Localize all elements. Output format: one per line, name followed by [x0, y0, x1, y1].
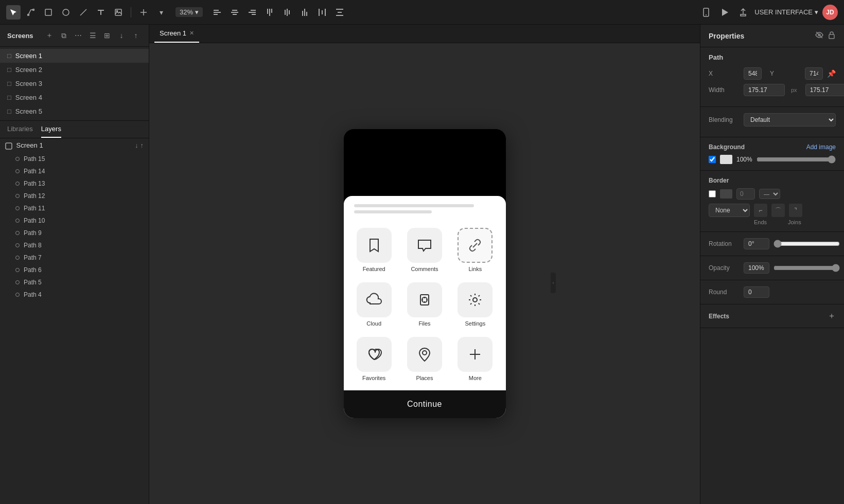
join-round-btn[interactable]: ⌒ [771, 204, 785, 217]
layers-tab[interactable]: Layers [41, 121, 61, 138]
rotation-slider[interactable] [773, 240, 840, 248]
grid-item-comments[interactable]: Comments [399, 223, 450, 277]
align-center-h[interactable] [227, 5, 242, 20]
text-tool[interactable] [94, 5, 108, 20]
layer-path10[interactable]: Path 10 [0, 214, 149, 227]
width-input[interactable] [744, 84, 785, 96]
layer-path6[interactable]: Path 6 [0, 264, 149, 276]
align-top[interactable] [262, 5, 277, 20]
canvas-tab-screen1[interactable]: Screen 1 ✕ [154, 25, 199, 43]
screen-item-4[interactable]: □ Screen 4 [0, 91, 149, 104]
layer-dot-5 [15, 280, 20, 284]
screen-item-3[interactable]: □ Screen 3 [0, 77, 149, 91]
select-tool[interactable] [6, 5, 21, 20]
layer-path14[interactable]: Path 14 [0, 165, 149, 177]
list-view-btn[interactable]: ☰ [87, 30, 98, 41]
canvas-content[interactable]: Featured Comments [149, 43, 700, 504]
rect-tool[interactable] [41, 5, 56, 20]
sort-down-icon[interactable]: ↓ [135, 141, 138, 149]
distribute-v[interactable] [332, 5, 347, 20]
continue-button[interactable]: Continue [344, 390, 506, 418]
visibility-toggle[interactable] [815, 31, 823, 41]
sort-up-icon[interactable]: ↑ [140, 141, 144, 149]
grid-item-favorites[interactable]: Favorites [349, 332, 399, 386]
layer-path13[interactable]: Path 13 [0, 177, 149, 190]
add-dropdown[interactable]: ▾ [154, 5, 168, 20]
pin-icon[interactable]: 📌 [827, 69, 836, 78]
screens-header: Screens ＋ ⧉ ⋯ ☰ ⊞ ↓ ↑ [0, 25, 149, 47]
sort-up-btn[interactable]: ↑ [130, 30, 142, 41]
sort-down-btn[interactable]: ↓ [116, 30, 127, 41]
layer-path15[interactable]: Path 15 [0, 153, 149, 165]
round-input[interactable] [744, 286, 769, 298]
layer-path12[interactable]: Path 12 [0, 190, 149, 202]
align-left[interactable] [210, 5, 224, 20]
zoom-control[interactable]: 32% ▾ [175, 7, 203, 17]
border-style-select[interactable]: — - - ··· [759, 189, 780, 199]
screen-more-btn[interactable]: ⋯ [73, 30, 84, 41]
layer-root-label[interactable]: Screen 1 [5, 141, 43, 150]
bg-checkbox[interactable] [709, 156, 716, 163]
grid-item-cloud[interactable]: Cloud [349, 277, 399, 332]
lock-toggle[interactable] [828, 31, 836, 41]
layer-path7[interactable]: Path 7 [0, 251, 149, 264]
x-input[interactable] [744, 67, 762, 80]
panel-collapse-btn[interactable]: ‹ [551, 273, 556, 293]
layer-list: Path 15 Path 14 Path 13 Path 12 Path 11 … [0, 153, 149, 504]
svg-rect-10 [232, 10, 237, 11]
ends-style-select[interactable]: None Round Square [709, 204, 750, 217]
add-image-btn[interactable]: Add image [806, 143, 836, 151]
opacity-slider[interactable] [773, 264, 840, 272]
bg-opacity-slider[interactable] [757, 155, 836, 164]
canvas-tab-close[interactable]: ✕ [189, 30, 194, 37]
add-tool[interactable] [136, 5, 151, 20]
phone-dark-top [344, 129, 506, 196]
screen-item-2[interactable]: □ Screen 2 [0, 63, 149, 77]
align-right[interactable] [245, 5, 259, 20]
grid-item-files[interactable]: Files [399, 277, 450, 332]
border-width-input[interactable] [736, 188, 755, 200]
share-btn[interactable] [736, 5, 750, 20]
svg-rect-19 [285, 10, 286, 15]
grid-item-places[interactable]: Places [399, 332, 450, 386]
grid-item-more[interactable]: More [450, 332, 500, 386]
y-input[interactable] [805, 67, 823, 80]
add-effect-btn[interactable]: ＋ [828, 311, 836, 321]
layer-path11[interactable]: Path 11 [0, 202, 149, 214]
duplicate-screen-btn[interactable]: ⧉ [58, 30, 69, 41]
y-label: Y [770, 70, 801, 77]
height-input[interactable] [805, 84, 844, 96]
line-tool[interactable] [76, 5, 91, 20]
layer-path8[interactable]: Path 8 [0, 239, 149, 251]
path-section: Path X Y 📌 Width px px 🔗 [700, 47, 844, 107]
screen-item-5[interactable]: □ Screen 5 [0, 104, 149, 118]
grid-item-settings[interactable]: Settings [450, 277, 500, 332]
grid-item-links[interactable]: Links [450, 223, 500, 277]
ellipse-tool[interactable] [59, 5, 73, 20]
image-tool[interactable] [111, 5, 126, 20]
screen-item-1[interactable]: □ Screen 1 [0, 49, 149, 63]
user-avatar[interactable]: JD [822, 5, 838, 20]
layer-path9[interactable]: Path 9 [0, 227, 149, 239]
opacity-input[interactable] [744, 262, 769, 274]
join-miter-btn[interactable]: ⌐ [754, 204, 767, 217]
add-screen-btn[interactable]: ＋ [44, 30, 55, 41]
align-bottom[interactable] [297, 5, 312, 20]
workspace-selector[interactable]: USER INTERFACE ▾ [754, 8, 818, 16]
layer-path4[interactable]: Path 4 [0, 289, 149, 301]
align-center-v[interactable] [280, 5, 294, 20]
border-checkbox[interactable] [709, 190, 716, 197]
play-btn[interactable] [717, 5, 732, 20]
distribute-h[interactable] [315, 5, 329, 20]
layer-path5[interactable]: Path 5 [0, 276, 149, 289]
vector-tool[interactable] [24, 5, 38, 20]
bg-color-swatch[interactable] [720, 155, 732, 164]
libraries-tab[interactable]: Libraries [7, 121, 33, 138]
grid-item-featured[interactable]: Featured [349, 223, 399, 277]
mobile-preview-btn[interactable] [699, 5, 713, 20]
rotation-input[interactable] [744, 238, 769, 249]
blending-select[interactable]: Default Multiply Screen Overlay [744, 113, 836, 127]
join-bevel-btn[interactable]: ⌝ [789, 204, 802, 217]
border-color-swatch[interactable] [720, 189, 732, 199]
grid-view-btn[interactable]: ⊞ [101, 30, 113, 41]
